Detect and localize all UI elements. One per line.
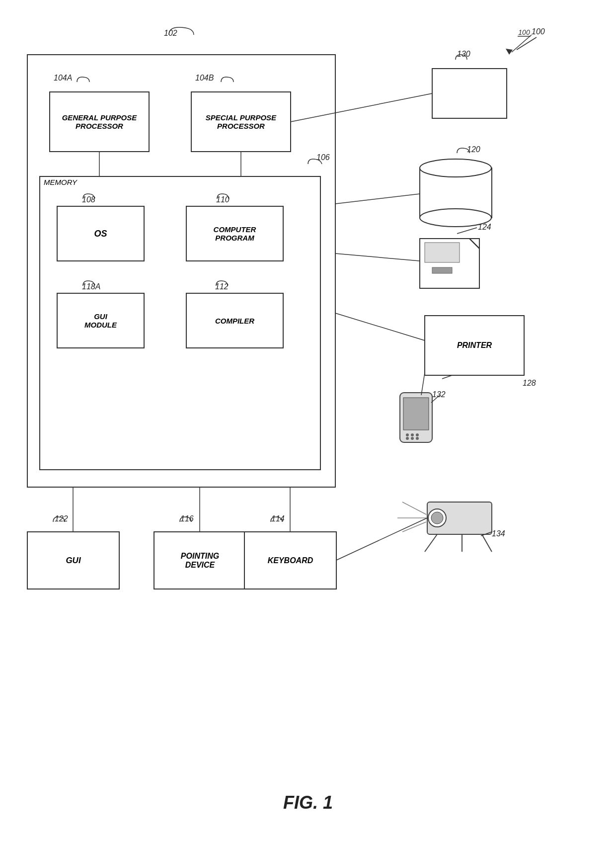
diagram-container: 100 102 104A GENERAL PURPOSEPROCESSOR 10…	[0, 0, 616, 843]
gpp-label: GENERAL PURPOSEPROCESSOR	[50, 92, 149, 152]
ref-124: 124	[478, 223, 491, 232]
ref-132: 132	[432, 390, 446, 399]
svg-rect-21	[400, 393, 432, 442]
svg-line-32	[425, 534, 437, 552]
svg-point-14	[420, 159, 491, 177]
svg-text:100: 100	[518, 30, 530, 36]
ref-130: 130	[457, 50, 470, 59]
ref-114: 114	[271, 514, 285, 523]
svg-line-53	[336, 518, 427, 560]
os-label: OS	[57, 206, 144, 261]
ref-134: 134	[492, 529, 505, 538]
cp-label: COMPUTERPROGRAM	[186, 206, 283, 261]
svg-line-20	[469, 239, 479, 249]
ref-122: 122	[55, 514, 68, 523]
svg-line-54	[512, 35, 532, 52]
ref-120: 120	[467, 145, 480, 154]
ref-104a: 104A	[54, 74, 72, 83]
svg-rect-8	[432, 69, 507, 118]
svg-marker-19	[469, 239, 479, 249]
svg-line-52	[421, 373, 425, 395]
svg-line-45	[291, 93, 432, 122]
svg-rect-29	[427, 502, 492, 534]
ref-104b: 104B	[195, 74, 214, 83]
spp-label: SPECIAL PURPOSEPROCESSOR	[191, 92, 291, 152]
svg-point-30	[428, 509, 446, 527]
svg-line-34	[482, 534, 492, 552]
pd-label: POINTINGDEVICE	[154, 532, 246, 589]
svg-point-27	[411, 437, 414, 440]
svg-line-42	[481, 532, 492, 536]
svg-line-37	[402, 522, 426, 532]
ref-110: 110	[216, 195, 230, 204]
compiler-label: COMPILER	[186, 293, 283, 348]
ref-116: 116	[180, 514, 194, 523]
svg-point-28	[416, 437, 419, 440]
svg-point-23	[406, 433, 409, 436]
ref-108: 108	[82, 195, 95, 204]
svg-rect-22	[403, 398, 429, 430]
svg-point-26	[406, 437, 409, 440]
keyboard-label: KEYBOARD	[244, 532, 336, 589]
figure-label: FIG. 1	[283, 792, 333, 813]
svg-line-47	[335, 253, 420, 261]
gui-ext-label: GUI	[27, 532, 119, 589]
svg-point-25	[416, 433, 419, 436]
memory-label: MEMORY	[44, 178, 77, 186]
ref-112: 112	[215, 282, 229, 291]
printer-label: PRINTER	[425, 316, 524, 375]
svg-line-35	[402, 502, 426, 514]
svg-line-48	[335, 313, 425, 340]
svg-line-46	[335, 194, 420, 204]
svg-marker-55	[506, 49, 513, 55]
svg-rect-13	[420, 168, 492, 218]
ref-106: 106	[316, 153, 330, 162]
svg-rect-17	[425, 243, 460, 262]
svg-line-40	[442, 375, 452, 379]
ref-102: 102	[164, 29, 177, 38]
ref-118a: 118A	[82, 282, 100, 291]
ref-128: 128	[523, 379, 536, 388]
figure-ref-arrow: 100	[497, 30, 537, 60]
svg-point-24	[411, 433, 414, 436]
svg-line-39	[457, 228, 477, 234]
svg-point-31	[431, 512, 443, 524]
svg-rect-16	[420, 239, 479, 288]
gui-module-label: GUIMODULE	[57, 293, 144, 348]
svg-rect-18	[432, 267, 452, 273]
